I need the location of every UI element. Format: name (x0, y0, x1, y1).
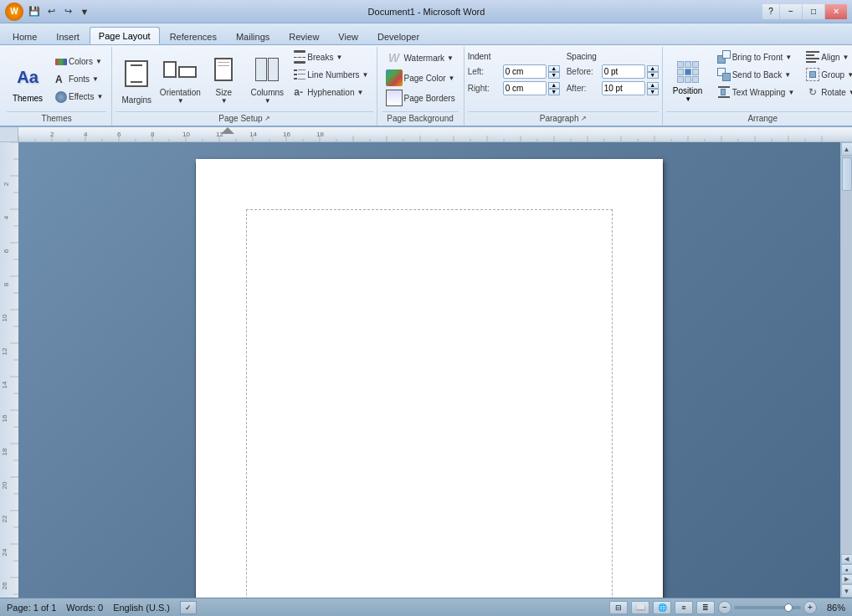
arrange-group-label: Arrange (666, 111, 852, 126)
pageborders-button[interactable]: Page Borders (382, 89, 459, 107)
sendtoback-button[interactable]: Send to Back ▼ (713, 66, 799, 83)
tab-references[interactable]: References (161, 28, 226, 44)
undo-quick-button[interactable]: ↩ (44, 4, 59, 19)
themes-icon: Aa (13, 62, 43, 92)
breaks-arrow: ▼ (336, 54, 342, 61)
pagesetup-expand-icon[interactable]: ↗ (264, 115, 270, 122)
colors-button[interactable]: Colors ▼ (52, 54, 106, 69)
paragraph-content: Indent Left: ▲ ▼ Right: ▲ ▼ (468, 49, 659, 110)
tab-developer[interactable]: Developer (368, 28, 429, 44)
arrange-label-text: Arrange (747, 114, 778, 123)
spacing-before-up[interactable]: ▲ (647, 65, 659, 72)
sendtoback-label: Send to Back (732, 70, 782, 80)
status-right: ⊟ 📖 🌐 ≡ ≣ − + 86% (609, 601, 845, 614)
effects-icon (55, 91, 67, 103)
linenumbers-button[interactable]: Line Numbers ▼ (290, 66, 372, 83)
spacing-after-input[interactable] (602, 81, 645, 95)
spacing-before-input[interactable] (602, 64, 645, 79)
tab-view[interactable]: View (329, 28, 367, 44)
columns-label: Columns (251, 88, 284, 97)
effects-button[interactable]: Effects ▼ (52, 89, 106, 105)
print-layout-button[interactable]: ⊟ (609, 601, 628, 614)
fonts-icon: A (55, 74, 67, 85)
size-button[interactable]: Size ▼ (203, 49, 244, 105)
theme-side-buttons: Colors ▼ A Fonts ▼ Effects ▼ (52, 49, 106, 110)
fonts-button[interactable]: A Fonts ▼ (52, 71, 106, 87)
columns-button[interactable]: Columns ▼ (246, 49, 288, 105)
indent-right-up[interactable]: ▲ (548, 82, 560, 89)
watermark-button[interactable]: W Watermark ▼ (382, 49, 459, 67)
effects-label: Effects (69, 92, 94, 101)
maximize-button[interactable]: □ (803, 4, 824, 19)
zoom-out-button[interactable]: − (718, 601, 731, 614)
position-button[interactable]: Position ▼ (666, 49, 710, 105)
indent-right-input[interactable] (503, 81, 547, 95)
full-reading-button[interactable]: 📖 (631, 601, 649, 614)
pagebackground-label-text: Page Background (387, 114, 454, 123)
bringtofront-button[interactable]: Bring to Front ▼ (713, 49, 799, 65)
rotate-button[interactable]: ↻ Rotate ▼ (802, 84, 852, 100)
spacing-before-down[interactable]: ▼ (647, 72, 659, 79)
spacing-after-down[interactable]: ▼ (647, 89, 659, 95)
margins-button[interactable]: Margins (115, 49, 157, 105)
svg-text:18: 18 (1, 448, 8, 455)
zoom-slider-thumb[interactable] (784, 603, 793, 612)
document-page[interactable] (196, 159, 663, 598)
zoom-in-button[interactable]: + (803, 601, 817, 614)
proofing-icon[interactable]: ✓ (180, 601, 197, 614)
spacing-after-up[interactable]: ▲ (647, 82, 659, 89)
spacing-before-label: Before: (567, 67, 600, 76)
save-quick-button[interactable]: 💾 (27, 4, 42, 19)
size-arrow: ▼ (221, 97, 228, 105)
tab-review[interactable]: Review (280, 28, 328, 44)
indent-left-down[interactable]: ▼ (548, 72, 560, 79)
tab-pagelayout[interactable]: Page Layout (90, 27, 160, 44)
scroll-up-button[interactable]: ▲ (841, 142, 853, 156)
redo-quick-button[interactable]: ↪ (60, 4, 75, 19)
align-button[interactable]: Align ▼ (802, 49, 852, 65)
tab-insert[interactable]: Insert (47, 28, 89, 44)
scroll-next-page-button[interactable]: ▶ (841, 574, 853, 584)
group-button[interactable]: Group ▼ (802, 66, 852, 83)
svg-text:22: 22 (1, 515, 8, 522)
themes-group: Aa Themes Colors ▼ A Fonts ▼ Effects (2, 47, 112, 126)
svg-text:26: 26 (1, 582, 8, 589)
paragraph-expand-icon[interactable]: ↗ (581, 115, 587, 122)
scroll-select-browse-button[interactable]: ● (841, 564, 853, 574)
size-icon-area (214, 51, 233, 88)
arrange-small-btns: Bring to Front ▼ Send to Back ▼ (713, 49, 799, 100)
colors-icon (55, 59, 67, 65)
hyphenation-button[interactable]: a- Hyphenation ▼ (290, 84, 372, 100)
orientation-arrow: ▼ (177, 97, 184, 105)
scroll-prev-page-button[interactable]: ◀ (841, 554, 853, 564)
fonts-label: Fonts (69, 74, 90, 84)
zoom-slider[interactable] (734, 606, 801, 609)
help-button[interactable]: ? (762, 4, 779, 19)
textwrapping-button[interactable]: Text Wrapping ▼ (713, 84, 799, 100)
scroll-thumb[interactable] (842, 157, 852, 191)
indent-right-down[interactable]: ▼ (548, 89, 560, 95)
scroll-track[interactable] (841, 156, 853, 554)
indent-left-input[interactable] (503, 64, 547, 79)
scroll-down-button[interactable]: ▼ (841, 584, 853, 598)
tab-home[interactable]: Home (3, 28, 46, 44)
customize-quick-button[interactable]: ▼ (77, 4, 92, 19)
themes-button[interactable]: Aa Themes (7, 49, 49, 105)
ruler-corner (0, 127, 18, 142)
colors-label: Colors (69, 57, 93, 66)
close-button[interactable]: ✕ (825, 4, 847, 19)
indent-left-up[interactable]: ▲ (548, 65, 560, 72)
orientation-button[interactable]: Orientation ▼ (159, 49, 201, 105)
svg-text:16: 16 (1, 414, 8, 422)
web-layout-button[interactable]: 🌐 (653, 601, 671, 614)
outline-button[interactable]: ≡ (675, 601, 693, 614)
sendtoback-arrow: ▼ (784, 71, 791, 79)
arrange-content: Position ▼ Bring to Front ▼ (666, 49, 852, 110)
pagecolor-button[interactable]: Page Color ▼ (382, 69, 459, 87)
breaks-button[interactable]: Breaks ▼ (290, 49, 372, 65)
tab-mailings[interactable]: Mailings (227, 28, 279, 44)
minimize-button[interactable]: − (780, 4, 802, 19)
svg-text:8: 8 (3, 282, 10, 286)
draft-button[interactable]: ≣ (696, 601, 715, 614)
columns-icon (255, 58, 279, 81)
